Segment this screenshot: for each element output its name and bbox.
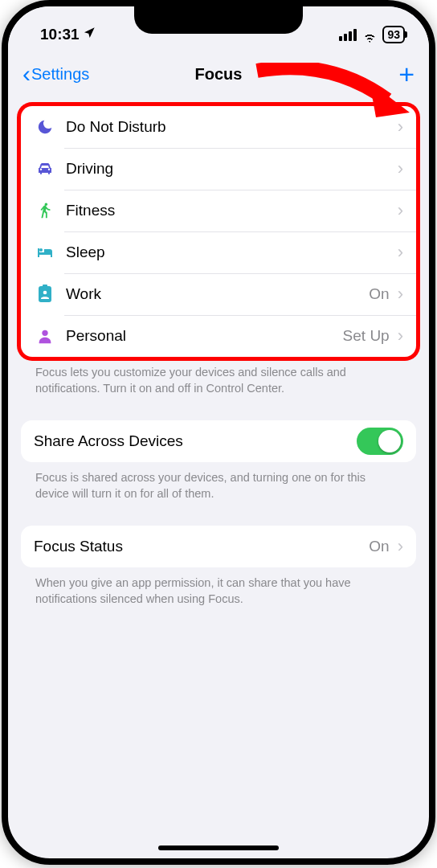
focus-mode-label: Fitness	[66, 202, 390, 219]
back-label: Settings	[31, 65, 89, 84]
badge-icon	[34, 283, 56, 305]
svg-rect-2	[43, 285, 47, 288]
back-button[interactable]: ‹ Settings	[22, 62, 89, 86]
focus-mode-detail: On	[369, 285, 389, 303]
svg-marker-0	[370, 82, 410, 117]
chevron-right-icon: ›	[398, 284, 403, 305]
focus-modes-footer: Focus lets you customize your devices an…	[21, 357, 416, 396]
svg-point-4	[42, 330, 47, 336]
focus-mode-label: Work	[66, 285, 369, 303]
phone-frame: 10:31 93 ‹ Settings Focus + Do Not Distu…	[2, 0, 435, 865]
focus-mode-work[interactable]: Work On ›	[21, 273, 416, 315]
person-icon	[34, 325, 56, 347]
runner-icon	[34, 199, 56, 222]
wifi-icon	[361, 27, 378, 43]
focus-status-footer: When you give an app permission, it can …	[21, 567, 416, 607]
focus-mode-fitness[interactable]: Fitness ›	[21, 190, 416, 231]
focus-mode-label: Sleep	[66, 244, 390, 261]
status-time: 10:31	[40, 26, 80, 43]
focus-mode-label: Personal	[66, 327, 343, 345]
page-title: Focus	[195, 65, 243, 84]
chevron-right-icon: ›	[398, 158, 403, 179]
share-label: Share Across Devices	[34, 432, 357, 450]
chevron-right-icon: ›	[398, 200, 403, 221]
bed-icon	[34, 241, 56, 264]
focus-mode-driving[interactable]: Driving ›	[21, 148, 416, 190]
focus-status-label: Focus Status	[34, 538, 369, 555]
share-across-devices-row[interactable]: Share Across Devices	[21, 420, 416, 462]
location-icon	[83, 26, 96, 43]
focus-mode-detail: Set Up	[343, 327, 390, 345]
focus-mode-personal[interactable]: Personal Set Up ›	[21, 315, 416, 357]
focus-mode-label: Driving	[66, 160, 390, 178]
home-indicator[interactable]	[158, 845, 279, 850]
share-group: Share Across Devices	[21, 420, 416, 462]
car-icon	[34, 158, 56, 180]
share-footer: Focus is shared across your devices, and…	[21, 462, 416, 502]
battery-icon: 93	[382, 26, 405, 43]
focus-status-detail: On	[369, 538, 389, 555]
focus-mode-sleep[interactable]: Sleep ›	[21, 231, 416, 273]
moon-icon	[34, 116, 56, 138]
focus-status-row[interactable]: Focus Status On ›	[21, 526, 416, 567]
chevron-left-icon: ‹	[22, 62, 31, 86]
chevron-right-icon: ›	[398, 326, 403, 346]
svg-point-3	[43, 291, 47, 295]
chevron-right-icon: ›	[398, 536, 403, 557]
focus-status-group: Focus Status On ›	[21, 526, 416, 567]
share-toggle[interactable]	[357, 428, 403, 455]
focus-modes-list: Do Not Disturb › Driving › Fitness › Sle…	[21, 106, 416, 357]
annotation-arrow	[249, 63, 410, 125]
notch	[134, 6, 303, 34]
cellular-icon	[339, 29, 357, 41]
chevron-right-icon: ›	[398, 242, 403, 263]
